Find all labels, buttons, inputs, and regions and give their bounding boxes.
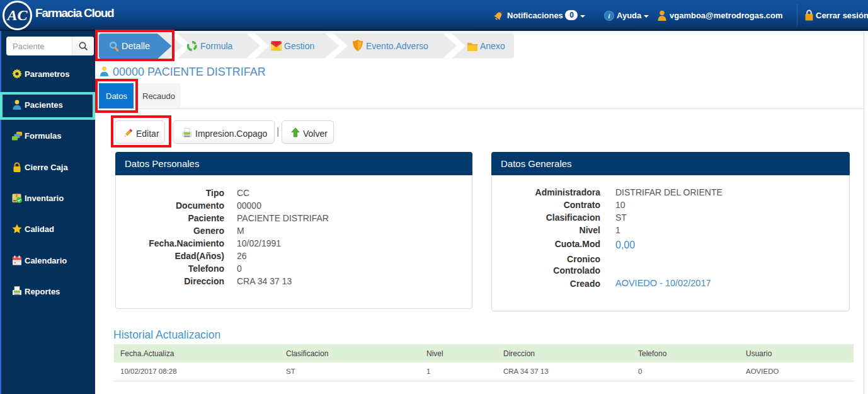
svg-text:Anexo: Anexo	[480, 41, 505, 51]
svg-text:Evento.Adverso: Evento.Adverso	[366, 41, 428, 51]
svg-text:Formula: Formula	[200, 41, 233, 51]
svg-text:Gestion: Gestion	[284, 41, 314, 51]
